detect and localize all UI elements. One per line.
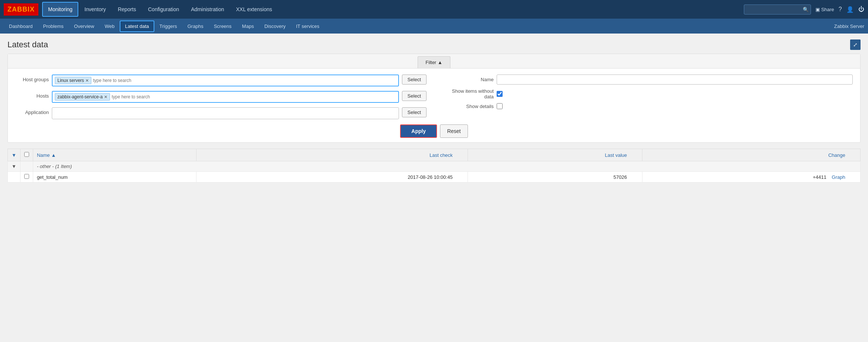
- row-checkbox[interactable]: [24, 174, 29, 179]
- group-row: ▼ - other - (1 Item): [8, 161, 861, 172]
- host-groups-search[interactable]: [93, 78, 396, 83]
- col-change[interactable]: Change: [642, 149, 860, 161]
- hosts-search[interactable]: [111, 94, 396, 99]
- hosts-label: Hosts: [15, 91, 49, 99]
- show-items-checkbox[interactable]: [497, 91, 503, 97]
- subnav-web[interactable]: Web: [100, 20, 120, 33]
- search-input[interactable]: [744, 4, 811, 15]
- graph-link[interactable]: Graph: [832, 174, 845, 180]
- page-title: Latest data: [7, 40, 48, 50]
- nav-xxl[interactable]: XXL extensions: [230, 1, 278, 18]
- row-name-cell: get_total_num: [33, 172, 196, 183]
- hosts-select-button[interactable]: Select: [402, 91, 427, 101]
- user-icon[interactable]: 👤: [846, 6, 854, 13]
- sub-navigation: Dashboard Problems Overview Web Latest d…: [0, 19, 868, 34]
- server-label: Zabbix Server: [834, 23, 864, 29]
- filter-grid: Host groups Linux servers ✕ Select: [15, 75, 853, 119]
- power-icon[interactable]: ⏻: [858, 6, 864, 13]
- show-items-row: Show items without data: [441, 88, 853, 99]
- name-row: Name: [441, 75, 853, 85]
- col-name[interactable]: Name ▲: [33, 149, 196, 161]
- application-label: Application: [15, 107, 49, 115]
- host-groups-tag: Linux servers ✕: [55, 77, 91, 84]
- row-check-cell: [20, 172, 33, 183]
- row-lastvalue-cell: 57026: [468, 172, 642, 183]
- application-row: Application Select: [15, 107, 427, 119]
- col-lastvalue[interactable]: Last value: [468, 149, 642, 161]
- logo: ZABBIX: [4, 3, 38, 16]
- nav-reports[interactable]: Reports: [112, 1, 142, 18]
- application-select-button[interactable]: Select: [402, 107, 427, 117]
- hosts-tag-remove[interactable]: ✕: [104, 95, 107, 99]
- row-lastcheck-cell: 2017-08-26 10:00:45: [196, 172, 468, 183]
- top-navigation: ZABBIX Monitoring Inventory Reports Conf…: [0, 0, 868, 19]
- table-header-row: ▼ Name ▲ Last check Last value Change: [8, 149, 861, 161]
- host-groups-row: Host groups Linux servers ✕ Select: [15, 75, 427, 86]
- subnav-maps[interactable]: Maps: [237, 20, 259, 33]
- nav-configuration[interactable]: Configuration: [142, 1, 185, 18]
- subnav-latest-data[interactable]: Latest data: [120, 20, 154, 32]
- subnav-triggers[interactable]: Triggers: [154, 20, 182, 33]
- nav-inventory[interactable]: Inventory: [78, 1, 112, 18]
- col-expand[interactable]: ▼: [8, 149, 21, 161]
- subnav-screens[interactable]: Screens: [208, 20, 237, 33]
- show-details-row: Show details: [441, 103, 853, 109]
- name-input[interactable]: [497, 75, 853, 85]
- select-all-checkbox[interactable]: [24, 152, 29, 157]
- filter-panel: Filter ▲ Host groups Linux servers ✕: [7, 54, 861, 143]
- subnav-it-services[interactable]: IT services: [291, 20, 325, 33]
- top-nav-items: Monitoring Inventory Reports Configurati…: [42, 1, 744, 18]
- group-label: - other - (1 Item): [33, 161, 860, 172]
- hosts-input-area: zabbix-agent-service-a ✕: [52, 91, 399, 103]
- apply-button[interactable]: Apply: [400, 124, 437, 138]
- subnav-discovery[interactable]: Discovery: [259, 20, 291, 33]
- show-details-checkbox[interactable]: [497, 103, 503, 109]
- table-row: get_total_num 2017-08-26 10:00:45 57026 …: [8, 172, 861, 183]
- share-button[interactable]: ▣ Share: [815, 7, 834, 12]
- share-icon: ▣: [815, 7, 820, 12]
- show-details-label: Show details: [441, 104, 494, 109]
- subnav-problems[interactable]: Problems: [38, 20, 69, 33]
- row-change-cell: +4411 Graph: [642, 172, 860, 183]
- host-groups-tag-remove[interactable]: ✕: [85, 78, 89, 83]
- page-title-row: Latest data ⤢: [7, 39, 861, 50]
- nav-administration[interactable]: Administration: [185, 1, 230, 18]
- subnav-dashboard[interactable]: Dashboard: [4, 20, 38, 33]
- host-groups-input-wrapper[interactable]: Linux servers ✕: [52, 75, 399, 86]
- subnav-graphs[interactable]: Graphs: [182, 20, 209, 33]
- subnav-overview[interactable]: Overview: [69, 20, 100, 33]
- col-check: [20, 149, 33, 161]
- show-items-label: Show items without data: [441, 88, 494, 99]
- nav-monitoring[interactable]: Monitoring: [42, 2, 78, 17]
- filter-tab[interactable]: Filter ▲: [418, 56, 450, 68]
- filter-tab-row: Filter ▲: [8, 54, 860, 69]
- name-label: Name: [441, 77, 494, 82]
- host-groups-select-button[interactable]: Select: [402, 75, 427, 85]
- page-content: Latest data ⤢ Filter ▲ Host groups Linux…: [0, 34, 868, 342]
- reset-button[interactable]: Reset: [440, 124, 468, 138]
- application-input[interactable]: [54, 111, 396, 116]
- help-icon[interactable]: ?: [839, 6, 842, 13]
- search-wrapper: 🔍: [744, 4, 811, 15]
- application-input-wrapper[interactable]: [52, 107, 399, 119]
- row-expand-cell: [8, 172, 21, 183]
- hosts-input-wrapper[interactable]: zabbix-agent-service-a ✕: [52, 91, 399, 103]
- group-expand[interactable]: ▼: [8, 161, 21, 172]
- host-groups-input-area: Linux servers ✕: [52, 75, 399, 86]
- hosts-row: Hosts zabbix-agent-service-a ✕ Select: [15, 91, 427, 103]
- expand-button[interactable]: ⤢: [850, 39, 861, 50]
- group-check: [20, 161, 33, 172]
- filter-left-col: Host groups Linux servers ✕ Select: [15, 75, 427, 119]
- col-lastcheck[interactable]: Last check: [196, 149, 468, 161]
- application-input-area: [52, 107, 399, 119]
- search-icon[interactable]: 🔍: [803, 7, 809, 12]
- filter-actions: Apply Reset: [15, 124, 853, 138]
- hosts-tag: zabbix-agent-service-a ✕: [55, 93, 110, 101]
- filter-right-col: Name Show items without data Show detail…: [441, 75, 853, 119]
- top-nav-right: 🔍 ▣ Share ? 👤 ⏻: [744, 4, 864, 15]
- filter-body: Host groups Linux servers ✕ Select: [8, 69, 860, 142]
- host-groups-label: Host groups: [15, 75, 49, 82]
- data-table: ▼ Name ▲ Last check Last value Change: [7, 149, 861, 183]
